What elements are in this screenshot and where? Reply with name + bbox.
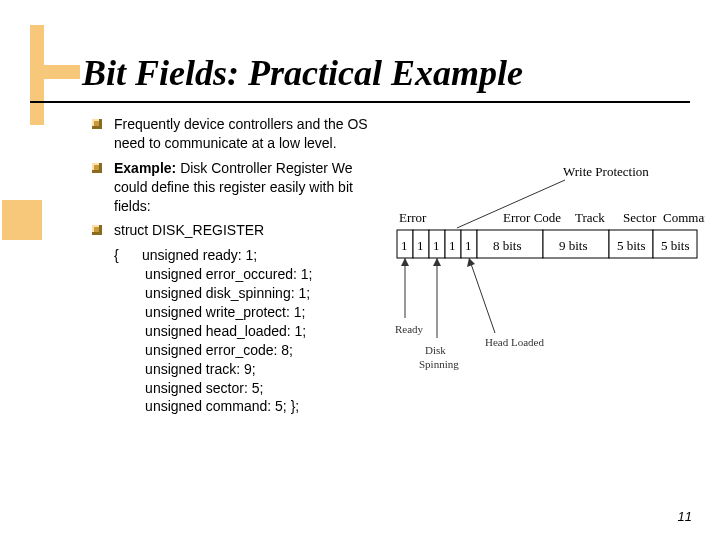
label-disk: Disk bbox=[425, 344, 446, 356]
cell-8: 5 bits bbox=[617, 238, 646, 253]
svg-marker-15 bbox=[467, 258, 475, 267]
bullet-2-label: Example: bbox=[114, 160, 176, 176]
label-sector: Sector bbox=[623, 210, 657, 225]
page-number: 11 bbox=[678, 509, 692, 524]
decor-square bbox=[2, 200, 42, 240]
label-ready: Ready bbox=[395, 323, 424, 335]
code-block: { unsigned ready: 1; unsigned error_occu… bbox=[92, 246, 382, 416]
bullet-icon bbox=[92, 119, 102, 129]
label-error-code: Error Code bbox=[503, 210, 561, 225]
body-text: Frequently device controllers and the OS… bbox=[92, 115, 382, 416]
svg-marker-13 bbox=[433, 258, 441, 266]
label-error: Error bbox=[399, 210, 427, 225]
label-spinning: Spinning bbox=[419, 358, 459, 370]
label-write-protection: Write Protection bbox=[563, 164, 649, 179]
svg-line-14 bbox=[469, 258, 495, 333]
label-command: Command bbox=[663, 210, 705, 225]
cell-6: 8 bits bbox=[493, 238, 522, 253]
cell-2: 1 bbox=[417, 238, 424, 253]
cell-4: 1 bbox=[449, 238, 456, 253]
svg-marker-11 bbox=[401, 258, 409, 266]
bullet-2: Example: Disk Controller Register We cou… bbox=[92, 159, 382, 216]
slide: Bit Fields: Practical Example Frequently… bbox=[0, 0, 720, 540]
bullet-3-text: struct DISK_REGISTER bbox=[114, 222, 264, 238]
bullet-3: struct DISK_REGISTER bbox=[92, 221, 382, 240]
cell-7: 9 bits bbox=[559, 238, 588, 253]
cell-3: 1 bbox=[433, 238, 440, 253]
title-rule bbox=[30, 101, 690, 103]
cell-9: 5 bits bbox=[661, 238, 690, 253]
cell-5: 1 bbox=[465, 238, 472, 253]
bullet-1-text: Frequently device controllers and the OS… bbox=[114, 116, 368, 151]
bullet-1: Frequently device controllers and the OS… bbox=[92, 115, 382, 153]
page-title: Bit Fields: Practical Example bbox=[82, 52, 523, 94]
cell-1: 1 bbox=[401, 238, 408, 253]
label-track: Track bbox=[575, 210, 605, 225]
decor-bar-horizontal bbox=[30, 65, 80, 79]
bullet-icon bbox=[92, 163, 102, 173]
label-head-loaded: Head Loaded bbox=[485, 336, 544, 348]
bullet-icon bbox=[92, 225, 102, 235]
disk-register-diagram: Write Protection Error Error Code Track … bbox=[395, 158, 705, 398]
